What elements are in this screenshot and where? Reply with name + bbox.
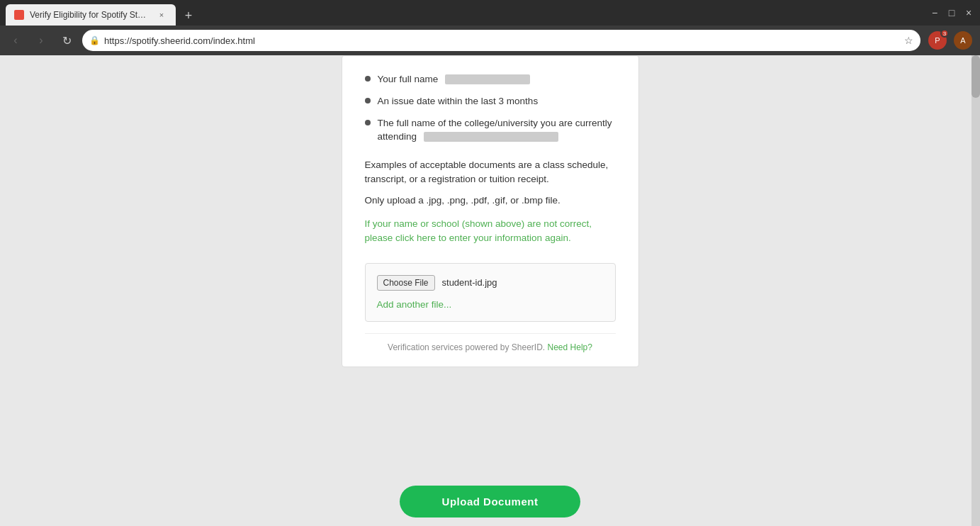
title-bar: Verify Eligibility for Spotify Stude... … — [0, 0, 980, 26]
address-bar-row: ‹ › ↻ 🔒 https://spotify.sheerid.com/inde… — [0, 26, 980, 55]
minimize-button[interactable]: − — [929, 7, 940, 18]
add-another-file-link[interactable]: Add another file... — [377, 299, 604, 310]
list-item-name: Your full name — [365, 73, 616, 86]
tab-close-button[interactable]: × — [156, 9, 167, 21]
requirements-list: Your full name An issue date within the … — [365, 73, 616, 144]
file-formats-text: Only upload a .jpg, .png, .pdf, .gif, or… — [365, 195, 616, 206]
list-item-school: The full name of the college/university … — [365, 117, 616, 144]
tabs-area: Verify Eligibility for Spotify Stude... … — [6, 0, 198, 26]
address-bar[interactable]: 🔒 https://spotify.sheerid.com/index.html… — [82, 30, 920, 51]
main-card: Your full name An issue date within the … — [342, 55, 639, 367]
bullet-icon — [365, 98, 371, 103]
back-button[interactable]: ‹ — [6, 30, 26, 50]
need-help-link[interactable]: Need Help? — [548, 342, 592, 352]
redacted-school — [424, 132, 558, 142]
examples-text: Examples of acceptable documents are a c… — [365, 158, 616, 187]
list-item-name-text: Your full name — [378, 74, 439, 84]
close-window-button[interactable]: × — [963, 7, 974, 18]
selected-file-name: student-id.jpg — [442, 277, 497, 288]
upload-button-area: Upload Document — [0, 477, 980, 526]
tab-title: Verify Eligibility for Spotify Stude... — [30, 10, 150, 20]
redacted-name — [445, 74, 530, 84]
browser-chrome: Verify Eligibility for Spotify Stude... … — [0, 0, 980, 55]
refresh-button[interactable]: ↻ — [57, 30, 77, 50]
new-tab-button[interactable]: + — [179, 6, 198, 26]
toolbar-icons: P 3 A — [926, 29, 974, 52]
scrollbar-thumb[interactable] — [971, 55, 980, 98]
notification-badge: 3 — [940, 29, 949, 38]
list-item-date-text: An issue date within the last 3 months — [378, 95, 539, 108]
upload-document-button[interactable]: Upload Document — [400, 486, 581, 517]
page-content: Your full name An issue date within the … — [0, 55, 980, 526]
bullet-icon — [365, 76, 371, 82]
correction-link[interactable]: If your name or school (shown above) are… — [365, 217, 616, 246]
forward-button[interactable]: › — [31, 30, 51, 50]
extensions-icon[interactable]: P 3 — [926, 29, 949, 52]
scrollbar[interactable] — [971, 55, 980, 526]
bullet-icon — [365, 120, 371, 125]
verification-footer: Verification services powered by SheerID… — [365, 333, 616, 352]
profile-button[interactable]: A — [952, 29, 974, 52]
maximize-button[interactable]: □ — [946, 7, 957, 18]
extension-badge: P 3 — [928, 31, 947, 50]
lock-icon: 🔒 — [89, 35, 100, 45]
file-upload-area: Choose File student-id.jpg Add another f… — [365, 263, 616, 322]
file-input-row: Choose File student-id.jpg — [377, 275, 604, 291]
active-tab[interactable]: Verify Eligibility for Spotify Stude... … — [6, 4, 176, 26]
tab-favicon — [14, 10, 24, 20]
window-controls: − □ × — [929, 7, 974, 18]
profile-avatar: A — [954, 31, 972, 50]
bookmark-icon[interactable]: ☆ — [904, 35, 913, 46]
list-item-date: An issue date within the last 3 months — [365, 95, 616, 108]
url-text: https://spotify.sheerid.com/index.html — [104, 35, 900, 46]
choose-file-button[interactable]: Choose File — [377, 275, 435, 291]
powered-by-text: Verification services powered by SheerID… — [388, 342, 545, 352]
